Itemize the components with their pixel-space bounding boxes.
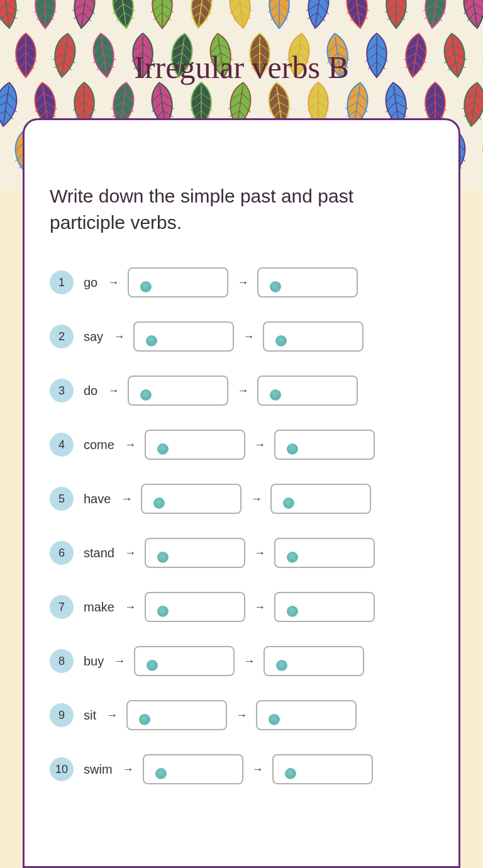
base-verb-text: come (84, 438, 114, 452)
arrow-icon: → (254, 547, 265, 560)
verb-row: 4 come → → (50, 430, 433, 460)
worksheet-card: Write down the simple past and past part… (23, 118, 460, 868)
past-participle-input[interactable] (274, 538, 375, 568)
arrow-icon: → (237, 384, 248, 398)
arrow-icon: → (252, 763, 264, 776)
row-number-badge: 7 (50, 595, 74, 619)
arrow-icon: → (108, 384, 119, 398)
verb-row: 6 stand → → (50, 538, 433, 568)
past-participle-input[interactable] (272, 754, 373, 784)
arrow-icon: → (108, 276, 119, 289)
row-number-badge: 2 (50, 325, 74, 348)
input-marker-icon (153, 498, 165, 509)
instructions-text: Write down the simple past and past part… (50, 183, 433, 236)
input-marker-icon (147, 660, 158, 671)
arrow-icon: → (113, 330, 125, 343)
arrow-icon: → (243, 330, 254, 343)
input-marker-icon (285, 768, 296, 779)
base-verb-text: have (84, 492, 111, 506)
simple-past-input[interactable] (128, 376, 228, 406)
base-verb-text: stand (84, 546, 114, 560)
input-marker-icon (276, 660, 287, 671)
simple-past-input[interactable] (126, 700, 227, 730)
input-marker-icon (270, 281, 281, 292)
simple-past-input[interactable] (134, 646, 235, 676)
simple-past-input[interactable] (141, 484, 242, 514)
verb-row: 8 buy → → (50, 646, 433, 676)
input-marker-icon (287, 606, 298, 617)
simple-past-input[interactable] (145, 592, 245, 622)
verb-row: 1 go → → (50, 267, 433, 298)
base-verb-text: go (84, 275, 97, 290)
input-marker-icon (269, 714, 280, 725)
input-marker-icon (157, 606, 169, 617)
input-marker-icon (275, 335, 287, 347)
arrow-icon: → (237, 276, 248, 289)
arrow-icon: → (250, 492, 262, 506)
base-verb-text: swim (84, 762, 113, 777)
past-participle-input[interactable] (264, 646, 364, 676)
verb-row: 7 make → → (50, 592, 433, 622)
base-verb-text: do (84, 384, 97, 398)
simple-past-input[interactable] (145, 538, 245, 568)
arrow-icon: → (254, 601, 265, 614)
verb-row: 2 say → → (50, 321, 433, 352)
verb-row: 9 sit → → (50, 700, 433, 730)
simple-past-input[interactable] (145, 430, 245, 460)
past-participle-input[interactable] (257, 376, 358, 406)
past-participle-input[interactable] (256, 700, 357, 730)
verb-row: 5 have → → (50, 484, 433, 514)
arrow-icon: → (125, 438, 136, 452)
verb-row: 3 do → → (50, 376, 433, 406)
simple-past-input[interactable] (133, 321, 234, 352)
input-marker-icon (287, 443, 298, 455)
past-participle-input[interactable] (257, 267, 358, 298)
input-marker-icon (270, 389, 281, 401)
input-marker-icon (283, 498, 294, 509)
arrow-icon: → (125, 547, 136, 560)
row-number-badge: 10 (50, 757, 74, 781)
past-participle-input[interactable] (270, 484, 371, 514)
row-number-badge: 8 (50, 649, 74, 673)
arrow-icon: → (243, 655, 255, 668)
verb-row: 10 swim → → (50, 754, 433, 784)
arrow-icon: → (236, 709, 247, 722)
arrow-icon: → (254, 438, 265, 452)
past-participle-input[interactable] (274, 430, 375, 460)
past-participle-input[interactable] (274, 592, 375, 622)
row-number-badge: 6 (50, 541, 74, 565)
simple-past-input[interactable] (128, 267, 228, 298)
base-verb-text: buy (84, 654, 104, 669)
input-marker-icon (287, 552, 298, 563)
arrow-icon: → (114, 655, 125, 668)
base-verb-text: make (84, 600, 114, 615)
input-marker-icon (139, 714, 150, 725)
row-number-badge: 4 (50, 433, 74, 457)
input-marker-icon (146, 335, 157, 347)
page-title: Irregular verbs B (134, 49, 349, 86)
arrow-icon: → (123, 763, 134, 776)
arrow-icon: → (125, 601, 136, 614)
input-marker-icon (140, 389, 152, 401)
row-number-badge: 3 (50, 379, 74, 403)
row-number-badge: 1 (50, 270, 74, 294)
input-marker-icon (140, 281, 152, 292)
input-marker-icon (157, 552, 169, 563)
arrow-icon: → (106, 709, 118, 722)
base-verb-text: sit (84, 708, 96, 723)
past-participle-input[interactable] (263, 321, 364, 352)
row-number-badge: 5 (50, 487, 74, 511)
page-title-banner: Irregular verbs B (134, 49, 349, 86)
input-marker-icon (157, 443, 169, 455)
base-verb-text: say (84, 330, 103, 344)
simple-past-input[interactable] (143, 754, 243, 784)
arrow-icon: → (121, 492, 132, 506)
input-marker-icon (155, 768, 167, 779)
row-number-badge: 9 (50, 703, 74, 727)
verb-list: 1 go → → 2 say → → 3 do → → 4 come (50, 267, 433, 784)
